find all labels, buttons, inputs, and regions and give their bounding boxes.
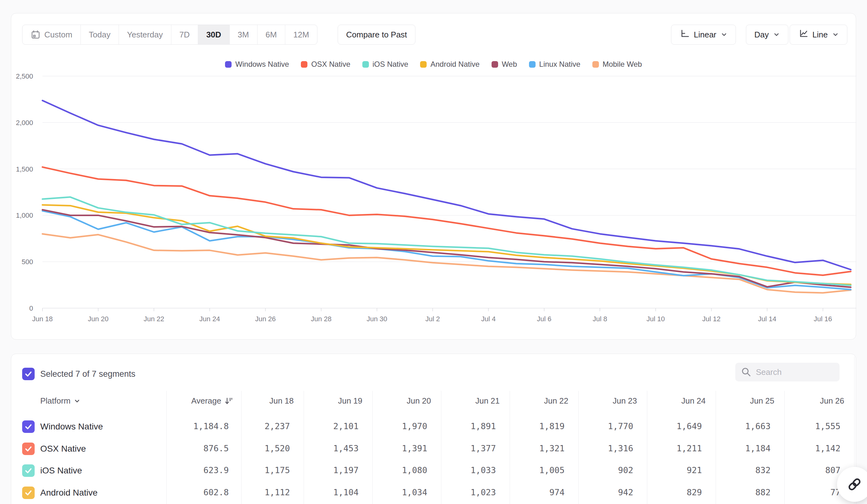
table-cell-value: 1,104: [333, 487, 358, 497]
chart-card: CustomTodayYesterday7D30D3M6M12M Compare…: [11, 13, 856, 340]
column-header-jun-21[interactable]: Jun 21: [475, 396, 500, 406]
link-icon: [846, 476, 863, 492]
average-header-label: Average: [191, 396, 221, 406]
x-axis-tick-label: Jun 26: [255, 315, 276, 323]
x-axis-tick-label: Jul 4: [481, 315, 496, 323]
x-axis-tick-label: Jun 22: [143, 315, 164, 323]
column-header-average[interactable]: Average: [191, 396, 233, 406]
column-separator: [241, 391, 242, 504]
series-line-ios-native[interactable]: [42, 197, 851, 285]
column-separator: [647, 391, 647, 504]
x-axis-tick-label: Jul 12: [702, 315, 721, 323]
column-header-jun-22[interactable]: Jun 22: [544, 396, 568, 406]
column-separator: [441, 391, 441, 504]
selected-segments-label: Selected 7 of 7 segments: [40, 368, 136, 380]
column-separator: [372, 391, 373, 504]
x-axis-tick-label: Jun 28: [311, 315, 331, 323]
column-separator: [716, 391, 716, 504]
table-cell-value: 1,184: [745, 443, 771, 453]
table-cell-value: 1,391: [402, 443, 427, 453]
select-all-checkbox[interactable]: [22, 368, 35, 380]
table-cell-value: 1,197: [333, 465, 358, 475]
search-icon: [741, 367, 751, 377]
row-checkbox-android-native[interactable]: [22, 486, 35, 499]
table-cell-value: 1,321: [539, 443, 565, 453]
column-header-jun-25[interactable]: Jun 25: [750, 396, 774, 406]
table-cell-value: 1,211: [677, 443, 702, 453]
y-axis-tick-label: 0: [29, 304, 33, 312]
series-line-mobile-web[interactable]: [42, 234, 851, 293]
column-header-jun-18[interactable]: Jun 18: [269, 396, 294, 406]
platform-label: OSX Native: [40, 442, 86, 455]
x-axis-tick-label: Jul 6: [537, 315, 551, 323]
table-cell-value: 1,520: [265, 443, 290, 453]
average-value: 602.8: [203, 487, 229, 497]
table-cell-value: 1,970: [402, 421, 427, 431]
table-cell-value: 1,034: [402, 487, 427, 497]
y-axis-tick-label: 1,500: [16, 165, 33, 173]
row-checkbox-windows-native[interactable]: [22, 420, 35, 433]
y-axis-tick-label: 1,000: [16, 211, 33, 219]
segment-search[interactable]: [735, 363, 839, 381]
table-cell-value: 1,005: [539, 465, 565, 475]
column-separator: [578, 391, 579, 504]
column-header-jun-24[interactable]: Jun 24: [681, 396, 706, 406]
platform-header-label: Platform: [40, 396, 71, 406]
table-cell-value: 829: [687, 487, 702, 497]
table-cell-value: 1,770: [608, 421, 633, 431]
row-checkbox-ios-native[interactable]: [22, 464, 35, 477]
table-cell-value: 921: [687, 465, 702, 475]
column-separator: [784, 391, 785, 504]
y-axis-tick-label: 2,000: [16, 119, 33, 127]
table-cell-value: 2,237: [265, 421, 290, 431]
column-header-platform[interactable]: Platform: [40, 396, 81, 406]
table-cell-value: 1,112: [265, 487, 290, 497]
table-cell-value: 1,819: [539, 421, 565, 431]
table-cell-value: 1,891: [471, 421, 496, 431]
x-axis-tick-label: Jul 8: [593, 315, 607, 323]
analytics-dashboard: { "toolbar": { "time_ranges": [ { "label…: [0, 0, 867, 504]
table-cell-value: 1,142: [815, 443, 841, 453]
table-cell-value: 1,453: [333, 443, 358, 453]
x-axis-tick-label: Jul 16: [814, 315, 832, 323]
column-header-jun-20[interactable]: Jun 20: [407, 396, 431, 406]
platform-label: iOS Native: [40, 464, 82, 477]
table-cell-value: 902: [618, 465, 633, 475]
x-axis-tick-label: Jul 10: [646, 315, 665, 323]
average-value: 1,184.8: [193, 421, 229, 431]
search-input[interactable]: [756, 368, 834, 377]
column-header-jun-23[interactable]: Jun 23: [613, 396, 637, 406]
table-cell-value: 1,175: [265, 465, 290, 475]
x-axis-tick-label: Jun 24: [200, 315, 220, 323]
segments-table-card: Selected 7 of 7 segments PlatformAverage…: [11, 354, 856, 504]
table-cell-value: 882: [755, 487, 771, 497]
row-checkbox-osx-native[interactable]: [22, 442, 35, 455]
table-cell-value: 1,555: [815, 421, 841, 431]
platform-label: Windows Native: [40, 420, 103, 433]
platform-label: Android Native: [40, 486, 98, 499]
column-separator: [510, 391, 510, 504]
table-cell-value: 974: [549, 487, 565, 497]
column-separator: [304, 391, 304, 504]
y-axis-tick-label: 2,500: [16, 72, 33, 80]
column-header-jun-19[interactable]: Jun 19: [338, 396, 362, 406]
line-chart[interactable]: 05001,0001,5002,0002,500Jun 18Jun 20Jun …: [11, 13, 856, 340]
table-cell-value: 1,033: [471, 465, 496, 475]
table-cell-value: 1,316: [608, 443, 633, 453]
column-separator: [166, 391, 167, 504]
x-axis-tick-label: Jun 18: [32, 315, 53, 323]
average-value: 623.9: [203, 465, 229, 475]
table-cell-value: 942: [618, 487, 633, 497]
table-cell-value: 2,101: [333, 421, 358, 431]
table-cell-value: 1,023: [471, 487, 496, 497]
x-axis-tick-label: Jul 2: [425, 315, 440, 323]
series-line-osx-native[interactable]: [42, 167, 851, 275]
table-cell-value: 1,080: [402, 465, 427, 475]
table-cell-value: 807: [825, 465, 841, 475]
average-value: 876.5: [203, 443, 229, 453]
x-axis-tick-label: Jun 20: [88, 315, 109, 323]
x-axis-tick-label: Jun 30: [367, 315, 387, 323]
chevron-down-icon: [74, 398, 81, 405]
table-cell-value: 1,649: [677, 421, 702, 431]
column-header-jun-26[interactable]: Jun 26: [820, 396, 844, 406]
